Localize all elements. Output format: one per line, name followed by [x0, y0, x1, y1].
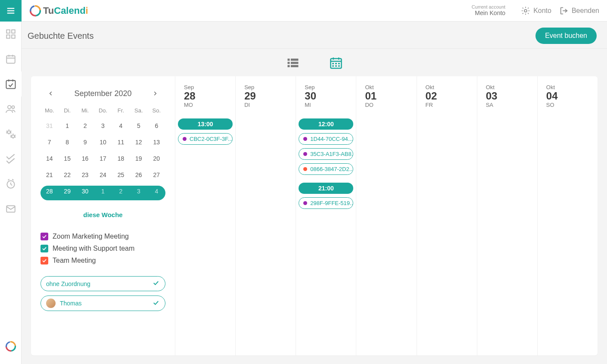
- mini-cal-day[interactable]: 3: [94, 119, 112, 133]
- mini-cal-day[interactable]: 29: [58, 184, 76, 198]
- hamburger-button[interactable]: [0, 0, 22, 22]
- mini-cal-day[interactable]: 4: [112, 119, 130, 133]
- mini-cal-day[interactable]: 15: [58, 152, 76, 165]
- mini-cal-day[interactable]: 26: [130, 168, 147, 182]
- event-chip[interactable]: 1D44-70CC-94...: [299, 133, 353, 145]
- mini-cal-day[interactable]: 16: [76, 152, 94, 165]
- konto-label: Konto: [533, 7, 551, 15]
- mini-cal-day[interactable]: 31: [40, 119, 58, 133]
- day-header-month: Okt: [546, 84, 598, 90]
- mini-cal-day[interactable]: 22: [58, 168, 76, 182]
- book-event-button[interactable]: Event buchen: [535, 28, 597, 44]
- view-calendar-button[interactable]: [330, 56, 342, 71]
- mini-cal-day[interactable]: 13: [148, 135, 165, 149]
- this-week-link[interactable]: diese Woche: [40, 211, 165, 218]
- sidebar-item-grid[interactable]: [0, 22, 22, 47]
- brand-logo[interactable]: TuCalendi: [29, 5, 88, 17]
- mini-cal-day[interactable]: 2: [112, 184, 130, 198]
- mini-cal-day[interactable]: 6: [148, 119, 165, 133]
- mini-cal-day[interactable]: 27: [148, 168, 165, 182]
- mini-cal-day[interactable]: 19: [130, 152, 147, 165]
- sidebar-item-mail[interactable]: [0, 196, 22, 221]
- sidebar-item-calendar[interactable]: [0, 47, 22, 72]
- mini-cal-day[interactable]: 7: [40, 135, 58, 149]
- event-chip[interactable]: CBC2-0C3F-3F...: [178, 133, 233, 145]
- brand-part3: i: [86, 5, 88, 16]
- account-switcher[interactable]: Current account Mein Konto: [472, 5, 505, 17]
- day-header-month: Okt: [486, 84, 537, 90]
- logout-link[interactable]: Beenden: [559, 6, 599, 16]
- day-header[interactable]: Sep30MI: [296, 76, 356, 113]
- filter-row[interactable]: Zoom Marketing Meeting: [40, 230, 165, 243]
- account-name: Mein Konto: [472, 9, 505, 17]
- view-list-button[interactable]: [286, 56, 299, 71]
- mini-cal-day[interactable]: 14: [40, 152, 58, 165]
- day-header[interactable]: Okt04SO: [537, 76, 598, 113]
- sidebar-item-tasks[interactable]: [0, 146, 22, 171]
- event-chip[interactable]: 298F-9FFE-519...: [299, 197, 353, 209]
- day-header-dow: MI: [305, 102, 356, 108]
- filter-checkbox[interactable]: [40, 245, 48, 252]
- sidebar-logo-small[interactable]: [0, 334, 22, 359]
- filter-row[interactable]: Meeting with Support team: [40, 243, 165, 255]
- mini-cal-day[interactable]: 9: [76, 135, 94, 149]
- chevron-left-icon: [48, 90, 54, 96]
- time-slot-pill[interactable]: 13:00: [178, 118, 233, 130]
- time-slot-pill[interactable]: 12:00: [299, 118, 353, 130]
- mini-cal-day[interactable]: 3: [130, 184, 147, 198]
- day-header[interactable]: Okt03SA: [477, 76, 537, 113]
- mini-cal-day[interactable]: 12: [130, 135, 147, 149]
- filter-checkbox[interactable]: [40, 233, 48, 240]
- mini-cal-day[interactable]: 30: [76, 184, 94, 198]
- sidebar-item-settings[interactable]: [0, 121, 22, 146]
- time-slot-pill[interactable]: 21:00: [299, 183, 353, 194]
- sidebar-item-bookings[interactable]: [0, 72, 22, 96]
- mini-cal-day[interactable]: 24: [94, 168, 112, 182]
- check-icon: [152, 279, 160, 288]
- day-header[interactable]: Sep28MO: [175, 76, 235, 113]
- event-label: 35C3-A1F3-AB8...: [310, 151, 353, 157]
- filter-row[interactable]: Team Meeting: [40, 255, 165, 267]
- mini-cal-day[interactable]: 20: [148, 152, 165, 165]
- day-header[interactable]: Sep29DI: [235, 76, 296, 113]
- user-pill-label: ohne Zuordnung: [46, 280, 90, 287]
- mini-cal-day[interactable]: 1: [58, 119, 76, 133]
- svg-rect-3: [6, 30, 10, 33]
- event-chip[interactable]: 35C3-A1F3-AB8...: [299, 148, 353, 160]
- content-card: September 2020 Mo.Di.Mi.Do.Fr.Sa.So.3112…: [31, 76, 598, 355]
- mini-cal-day[interactable]: 4: [148, 184, 165, 198]
- event-chip[interactable]: 0866-3847-2D2...: [299, 163, 353, 175]
- mini-cal-day[interactable]: 21: [40, 168, 58, 182]
- day-header[interactable]: Okt01DO: [356, 76, 416, 113]
- mini-cal-day[interactable]: 1: [94, 184, 112, 198]
- konto-link[interactable]: Konto: [521, 6, 551, 16]
- mini-cal-day[interactable]: 28: [40, 184, 58, 198]
- mini-cal-day[interactable]: 2: [76, 119, 94, 133]
- mini-cal-day[interactable]: 17: [94, 152, 112, 165]
- day-header-dow: MO: [184, 102, 235, 108]
- mini-cal-next[interactable]: [149, 87, 161, 100]
- mini-cal-day[interactable]: 8: [58, 135, 76, 149]
- sidebar-item-reminders[interactable]: [0, 171, 22, 196]
- day-header-month: Okt: [426, 84, 477, 90]
- left-panel: September 2020 Mo.Di.Mi.Do.Fr.Sa.So.3112…: [31, 76, 175, 355]
- user-pill[interactable]: Thomas: [40, 296, 165, 311]
- mini-cal-day[interactable]: 23: [76, 168, 94, 182]
- mini-cal-day[interactable]: 5: [130, 119, 147, 133]
- mini-cal-day[interactable]: 25: [112, 168, 130, 182]
- mini-cal-day[interactable]: 10: [94, 135, 112, 149]
- user-pill[interactable]: ohne Zuordnung: [40, 276, 165, 291]
- svg-rect-11: [6, 81, 15, 89]
- day-header-month: Sep: [305, 84, 356, 90]
- mini-cal-prev[interactable]: [45, 87, 57, 100]
- svg-rect-39: [332, 65, 334, 67]
- mini-cal-day[interactable]: 18: [112, 152, 130, 165]
- mini-cal-title: September 2020: [74, 89, 131, 98]
- svg-rect-27: [291, 59, 299, 61]
- day-header[interactable]: Okt02FR: [417, 76, 477, 113]
- sidebar-item-team[interactable]: [0, 96, 22, 121]
- sidebar-rail: [0, 0, 22, 364]
- svg-rect-29: [291, 62, 299, 64]
- mini-cal-day[interactable]: 11: [112, 135, 130, 149]
- filter-checkbox[interactable]: [40, 257, 48, 264]
